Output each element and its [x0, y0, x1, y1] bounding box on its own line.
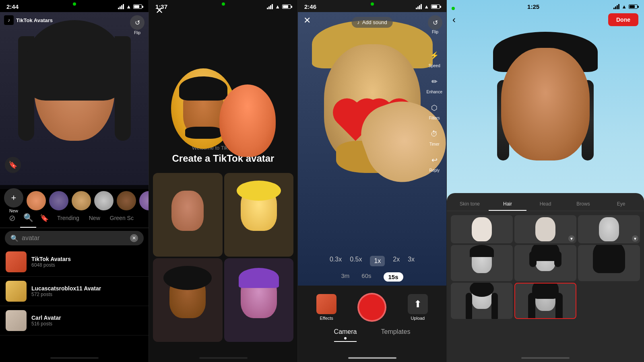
hair-option-short-black[interactable] [451, 245, 513, 281]
effects-icon [316, 294, 336, 314]
tab-head[interactable]: Head [526, 198, 564, 211]
result-name-1: TikTok Avatars [31, 256, 143, 262]
signal-bar-p2-4 [272, 4, 273, 9]
home-bar-p2 [199, 357, 248, 359]
flip-button-p3[interactable]: ↺ Flip [428, 15, 442, 34]
signal-bar-1 [118, 8, 119, 9]
home-bar-p1 [50, 357, 99, 359]
signal-bars-p2 [267, 4, 273, 9]
battery-fill-p2 [283, 5, 288, 8]
battery-fill-p1 [134, 5, 139, 8]
flip-button-p1[interactable]: ↺ Flip [130, 15, 144, 35]
enhance-control[interactable]: ✏ Enhance [427, 74, 442, 94]
signal-bar-3 [121, 5, 122, 9]
back-button-p4[interactable]: ‹ [452, 14, 456, 25]
battery-icon-p4 [629, 4, 638, 9]
hair-option-medium-black[interactable] [514, 245, 576, 281]
right-controls: ⚡ Speed ✏ Enhance ⬡ Filters ⏱ Timer ↩ Re… [427, 48, 442, 173]
welcome-text: Welcome to TikTok avatars [149, 145, 297, 151]
avatar-thumb-5[interactable] [117, 191, 136, 210]
bookmark-filter-button[interactable]: 🔖 [36, 208, 52, 228]
filters-control[interactable]: ⬡ Filters [427, 101, 442, 120]
speed-3x[interactable]: 3x [408, 256, 415, 266]
avatar-thumb-1[interactable] [27, 191, 46, 210]
avatar-grid-cell-3[interactable] [153, 258, 223, 342]
speed-03x[interactable]: 0.3x [330, 256, 342, 266]
flip-icon[interactable]: ↺ [130, 15, 144, 30]
down-arrow-2[interactable]: ▼ [632, 235, 638, 242]
avatar-grid-cell-4[interactable] [224, 258, 294, 342]
speed-1x[interactable]: 1x [370, 256, 385, 266]
speed-2x[interactable]: 2x [393, 256, 400, 266]
hair-option-none-1[interactable] [451, 215, 513, 243]
filters-label: Filters [429, 116, 440, 120]
signal-bar-p2-1 [267, 8, 268, 9]
filter-tab-greensc[interactable]: Green Sc [105, 208, 138, 228]
tab-hair[interactable]: Hair [489, 198, 526, 211]
timer-icon[interactable]: ⏱ [427, 127, 442, 141]
hair-option-none-2[interactable]: ▼ [514, 215, 576, 243]
add-sound-button[interactable]: ♪ Add sound [351, 17, 393, 28]
battery-tip-p1 [142, 6, 143, 8]
speed-control[interactable]: ⚡ Speed [427, 48, 442, 68]
search-result-item-2[interactable]: Lucascatsroblox11 Avatar 572 posts [0, 277, 149, 306]
effects-button[interactable]: Effects [316, 294, 336, 321]
hair-head-3 [599, 217, 619, 241]
filter-tab-trending[interactable]: Trending [52, 208, 84, 228]
close-button-p3[interactable]: ✕ [303, 15, 311, 26]
upload-button[interactable]: ⬆ Upload [408, 294, 428, 321]
avatar-container-p4 [501, 48, 590, 160]
search-input[interactable]: avatar [22, 234, 127, 242]
result-info-1: TikTok Avatars 6048 posts [31, 256, 143, 268]
flip-icon-p3[interactable]: ↺ [428, 15, 442, 30]
filter-icon-button[interactable]: ⊘ [4, 208, 20, 228]
close-button-p2[interactable]: ✕ [155, 5, 163, 16]
down-arrow-1[interactable]: ▼ [568, 235, 575, 242]
avatar-grid-cell-1[interactable] [153, 173, 223, 257]
speed-row: 0.3x 0.5x 1x 2x 3x [298, 253, 446, 269]
avatar-grid-cell-2[interactable] [224, 173, 294, 257]
result-info-3: Carl Avatar 516 posts [31, 315, 143, 327]
search-icon-button[interactable]: 🔍 [20, 208, 36, 228]
home-bar-p4 [521, 357, 570, 359]
avatar-background-p1 [0, 12, 149, 189]
search-result-item-3[interactable]: Carl Avatar 516 posts [0, 306, 149, 335]
effects-label: Effects [320, 316, 333, 321]
battery-tip-p2 [291, 6, 292, 8]
avatar-thumb-2[interactable] [49, 191, 68, 210]
tab-eye[interactable]: Eye [602, 198, 640, 211]
add-circle-icon[interactable]: + [4, 188, 23, 208]
timer-60s[interactable]: 60s [361, 272, 371, 282]
hair-option-long-black[interactable] [578, 245, 640, 281]
signal-bar-p2-2 [268, 6, 270, 9]
hair-option-braids[interactable] [451, 283, 513, 319]
record-button[interactable] [357, 293, 386, 322]
speed-icon[interactable]: ⚡ [427, 48, 442, 63]
reply-icon[interactable]: ↩ [427, 153, 442, 167]
avatar-thumb-6[interactable] [139, 191, 149, 210]
hair-option-braids-selected[interactable] [514, 283, 576, 319]
tab-templates[interactable]: Templates [381, 328, 410, 342]
hair-option-none-3[interactable]: ▼ [578, 215, 640, 243]
result-name-2: Lucascatsroblox11 Avatar [31, 285, 143, 292]
clear-search-button[interactable]: ✕ [130, 234, 138, 242]
two-avatars-display [149, 20, 297, 157]
done-button[interactable]: Done [608, 13, 638, 26]
speed-05x[interactable]: 0.5x [350, 256, 362, 266]
search-result-item-1[interactable]: TikTok Avatars 6048 posts [0, 247, 149, 277]
reply-control[interactable]: ↩ Reply [427, 153, 442, 173]
timer-control[interactable]: ⏱ Timer [427, 127, 442, 146]
timer-15s[interactable]: 15s [384, 272, 403, 282]
tab-skintone[interactable]: Skin tone [451, 198, 489, 211]
avatar-thumb-3[interactable] [72, 191, 91, 210]
search-input-box[interactable]: 🔍 avatar ✕ [5, 231, 144, 245]
enhance-icon[interactable]: ✏ [427, 74, 442, 89]
avatar-thumb-4[interactable] [94, 191, 114, 210]
upload-icon[interactable]: ⬆ [408, 294, 428, 314]
filters-icon[interactable]: ⬡ [427, 101, 442, 115]
timer-3m[interactable]: 3m [341, 272, 349, 282]
bookmark-button-p1[interactable]: 🔖 [5, 157, 21, 173]
tab-brows[interactable]: Brows [564, 198, 602, 211]
tab-camera[interactable]: Camera [334, 328, 357, 342]
filter-tab-new[interactable]: New [84, 208, 105, 228]
